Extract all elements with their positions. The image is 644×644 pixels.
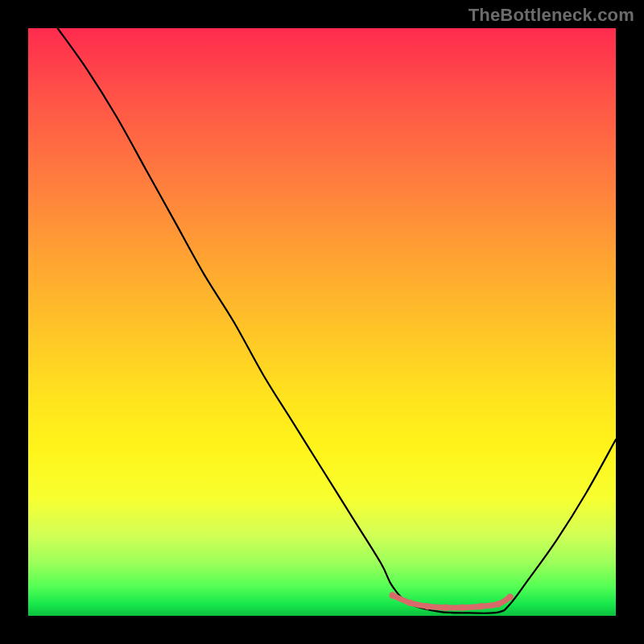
bottleneck-curve — [58, 28, 617, 613]
optimal-range-dot — [407, 600, 413, 606]
optimal-range-dot — [389, 592, 395, 598]
optimal-range-dot — [495, 601, 502, 607]
plot-area — [28, 28, 616, 616]
optimal-range-dot — [460, 605, 466, 611]
optimal-range-dot — [477, 603, 484, 609]
watermark-text: TheBottleneck.com — [469, 5, 634, 26]
optimal-range-dot — [506, 593, 513, 600]
optimal-range-dot — [424, 603, 431, 609]
optimal-range-dot — [442, 605, 448, 611]
chart-svg — [28, 28, 616, 616]
chart-frame: TheBottleneck.com — [0, 0, 644, 644]
